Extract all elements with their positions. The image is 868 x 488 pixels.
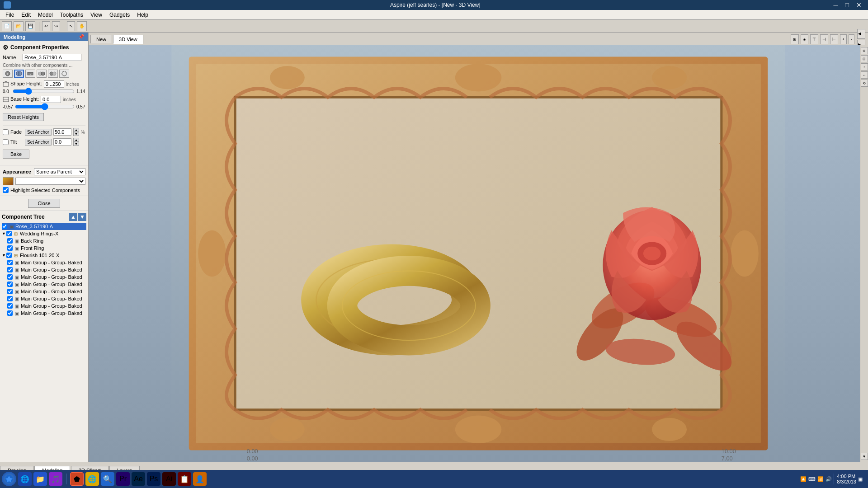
tilt-spinner-up[interactable]: ▲ [73,138,79,142]
tree-item-g1[interactable]: ▣ Main Group - Group- Baked [2,259,86,266]
tilt-value-input[interactable] [53,138,71,145]
tool-save[interactable]: 💾 [25,21,35,31]
tree-check-rose[interactable] [2,224,7,229]
minimize-button[interactable]: ─ [831,1,841,9]
taskbar-chrome[interactable]: 🌐 [85,472,99,486]
tree-check-g1[interactable] [7,260,13,265]
canvas-tool-6[interactable]: ▼ [861,453,868,460]
fade-set-anchor-button[interactable]: Set Anchor [25,129,52,136]
tree-item-g4[interactable]: ▣ Main Group - Group- Baked [2,281,86,288]
taskbar-ai[interactable]: Ai [162,472,176,486]
bake-button[interactable]: Bake [3,150,29,159]
tree-item-g7[interactable]: ▣ Main Group - Group- Baked [2,302,86,310]
tree-check-front-ring[interactable] [7,245,13,251]
tree-check-g6[interactable] [7,296,13,301]
taskbar-premiere[interactable]: Pr [116,472,130,486]
close-button[interactable]: Close [28,199,60,208]
appearance-dropdown[interactable]: Same as Parent [34,168,85,175]
tree-check-g3[interactable] [7,274,13,280]
taskbar-search[interactable]: 🔍 [101,472,114,486]
tree-down-button[interactable]: ▼ [78,213,86,221]
canvas-tool-4[interactable]: ↔ [861,71,868,79]
combine-multiply[interactable] [14,70,24,78]
tree-up-button[interactable]: ▲ [69,213,77,221]
view-front[interactable]: ⊣ [820,34,828,44]
color-swatch[interactable] [3,177,14,185]
view-zoom-out[interactable]: - [849,34,854,44]
tree-item-g5[interactable]: ▣ Main Group - Group- Baked [2,288,86,295]
taskbar-mediaplayer[interactable]: 🎵 [49,472,62,486]
menu-edit[interactable]: Edit [18,11,34,19]
tree-item-flourish[interactable]: ▼ ⊞ Flourish 101-20-X [2,252,86,259]
canvas-3d[interactable]: 0.00 10.00 0.00 7.00 ⊕ ⊞ ↕ ↔ ⟲ ▼ [89,45,868,462]
texture-dropdown[interactable] [15,178,85,185]
pin-icon[interactable]: 📌 [78,34,85,40]
highlight-checkbox[interactable] [3,187,9,193]
taskbar-unknown2[interactable]: 👤 [193,472,207,486]
taskbar-unknown1[interactable]: 📋 [178,472,191,486]
name-input[interactable] [23,54,81,61]
base-height-input[interactable] [41,96,61,103]
tree-item-g3[interactable]: ▣ Main Group - Group- Baked [2,273,86,281]
tilt-checkbox[interactable] [3,139,9,145]
tree-item-back-ring[interactable]: ▣ Back Ring [2,237,86,244]
tool-redo[interactable]: ↪ [52,21,60,31]
tree-check-flourish[interactable] [6,253,12,258]
reset-heights-button[interactable]: Reset Heights [3,113,44,121]
view-zoom-fit[interactable]: ⊞ [791,34,799,44]
combine-subtract[interactable]: - [25,70,35,78]
menu-model[interactable]: Model [34,11,57,19]
tab-3d-view[interactable]: 3D View [113,35,143,44]
tilt-set-anchor-button[interactable]: Set Anchor [25,139,52,145]
taskbar-ie[interactable]: 🌐 [18,472,32,486]
tree-item-front-ring[interactable]: ▣ Front Ring [2,244,86,252]
canvas-tool-3[interactable]: ↕ [861,63,868,70]
tree-check-g8[interactable] [7,310,13,316]
tool-pan[interactable]: ✋ [77,21,87,31]
view-isometric[interactable]: ◈ [801,34,808,44]
tree-check-wedding[interactable] [6,231,12,236]
taskbar-ps[interactable]: Ps [147,472,160,486]
taskbar-aspire[interactable]: ⬟ [70,472,84,486]
tree-check-g7[interactable] [7,303,13,309]
tree-check-back-ring[interactable] [7,238,13,244]
fade-checkbox[interactable] [3,129,9,135]
fade-value-input[interactable] [53,128,71,136]
tree-check-g4[interactable] [7,282,13,287]
shape-height-slider[interactable] [13,89,75,94]
tree-item-wedding-rings[interactable]: ▼ ⊞ Wedding Rings-X [2,230,86,237]
canvas-tool-5[interactable]: ⟲ [861,80,868,87]
menu-view[interactable]: View [87,11,106,19]
menu-toolpaths[interactable]: Toolpaths [57,11,87,19]
combine-add[interactable]: + [3,70,13,78]
close-window-button[interactable]: ✕ [854,1,864,9]
tree-check-g5[interactable] [7,289,13,294]
tool-undo[interactable]: ↩ [42,21,50,31]
combine-low[interactable] [37,70,47,78]
tree-item-g2[interactable]: ▣ Main Group - Group- Baked [2,266,86,273]
menu-gadgets[interactable]: Gadgets [106,11,133,19]
tree-item-g6[interactable]: ▣ Main Group - Group- Baked [2,295,86,302]
tool-select[interactable]: ↖ [67,21,75,31]
fade-spinner-up[interactable]: ▲ [73,128,79,132]
tree-check-g2[interactable] [7,267,13,272]
taskbar-explorer[interactable]: 📁 [33,472,47,486]
menu-file[interactable]: File [2,11,18,19]
tree-item-g8[interactable]: ▣ Main Group - Group- Baked [2,310,86,317]
fade-spinner-down[interactable]: ▼ [73,132,79,136]
tab-new[interactable]: New [90,35,112,43]
tool-new[interactable]: 📄 [2,21,12,31]
start-button[interactable] [2,472,16,486]
panel-toggle-1[interactable]: ◀ [857,29,865,39]
canvas-tool-1[interactable]: ⊕ [861,47,868,54]
menu-help[interactable]: Help [133,11,152,19]
combine-high[interactable] [48,70,58,78]
canvas-tool-2[interactable]: ⊞ [861,55,868,62]
shape-height-input[interactable] [44,80,64,88]
tool-open[interactable]: 📂 [14,21,24,31]
taskbar-ae[interactable]: Ae [132,472,145,486]
view-side[interactable]: ⊢ [830,34,838,44]
tilt-spinner-down[interactable]: ▼ [73,142,79,146]
view-top[interactable]: ⊤ [810,34,818,44]
maximize-button[interactable]: □ [843,1,852,9]
